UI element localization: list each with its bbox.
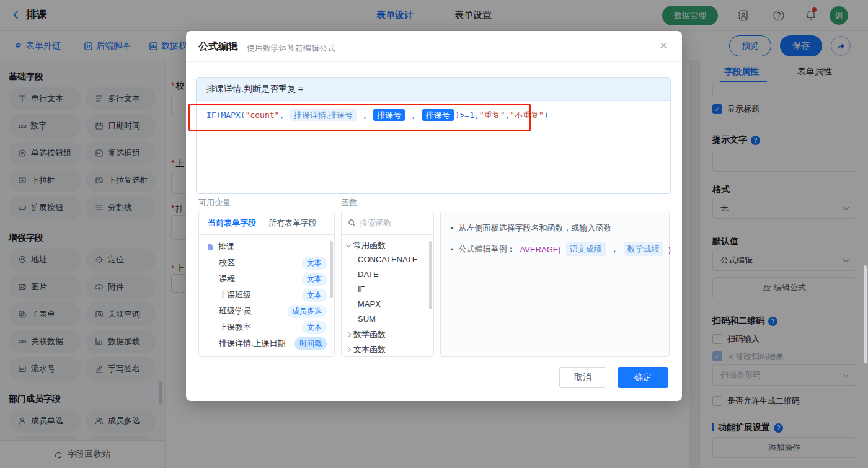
- function-search[interactable]: [342, 211, 433, 235]
- field-chip-light[interactable]: 排课详情.排课号: [290, 109, 356, 121]
- close-icon[interactable]: ×: [660, 39, 667, 51]
- formula-string: "count": [246, 110, 280, 120]
- help-line-1: •从左侧面板选择字段名和函数，或输入函数: [451, 223, 659, 234]
- variable-row[interactable]: 班级学员成员多选: [199, 303, 334, 319]
- function-item[interactable]: DATE: [358, 270, 379, 279]
- type-badge: 成员多选: [287, 305, 327, 318]
- cancel-button[interactable]: 取消: [559, 367, 606, 388]
- formula-code: )>=1,: [455, 110, 479, 120]
- formula-editor-box[interactable]: 排课详情.判断是否重复 = IF(MAPX("count", 排课详情.排课号 …: [196, 77, 671, 194]
- caret-right-icon: [346, 347, 351, 352]
- variables-scrollbar[interactable]: [330, 241, 333, 298]
- variable-row[interactable]: 排课详情.上课日期时间戳: [199, 335, 334, 351]
- modal-header: 公式编辑 使用数学运算符编辑公式 ×: [186, 31, 682, 62]
- formula-code: ,: [279, 110, 289, 120]
- formula-target: 排课详情.判断是否重复 =: [197, 78, 670, 101]
- formula-editor-modal: 公式编辑 使用数学运算符编辑公式 × 排课详情.判断是否重复 = IF(MAPX…: [186, 31, 682, 401]
- example-field-chip: 数学成绩: [624, 242, 663, 256]
- modal-title: 公式编辑: [198, 40, 238, 53]
- search-icon: [348, 219, 356, 227]
- example-function-close: ): [668, 245, 671, 254]
- variable-row[interactable]: 校区文本: [199, 255, 334, 271]
- example-separator: ，: [611, 244, 619, 255]
- formula-string: "不重复": [510, 110, 544, 120]
- window-scrollbar[interactable]: [864, 265, 867, 363]
- function-group-text[interactable]: 文本函数: [347, 344, 386, 355]
- modal-subtitle: 使用数学运算符编辑公式: [247, 43, 335, 54]
- variable-row[interactable]: 课程文本: [199, 271, 334, 287]
- field-chip-solid[interactable]: 排课号: [373, 109, 405, 121]
- formula-help-panel: •从左侧面板选择字段名和函数，或输入函数 • 公式编辑举例：AVERAGE( 语…: [440, 211, 670, 357]
- confirm-button[interactable]: 确定: [618, 367, 668, 388]
- function-group-math[interactable]: 数学函数: [347, 329, 386, 340]
- document-icon: [206, 243, 215, 251]
- type-badge: 文本: [302, 257, 327, 270]
- function-item[interactable]: IF: [358, 285, 365, 294]
- app-window: 排课 表单设计 表单设置 数据管理 训 表单外链 后端脚本 数据权限: [0, 0, 868, 468]
- function-group-common[interactable]: 常用函数: [347, 240, 386, 251]
- example-function-open: AVERAGE(: [520, 245, 561, 254]
- formula-code: ): [544, 110, 549, 120]
- functions-label: 函数: [341, 197, 357, 208]
- type-badge: 时间戳: [294, 337, 327, 350]
- functions-scrollbar[interactable]: [429, 241, 432, 309]
- bullet-icon: •: [451, 245, 454, 254]
- variables-label: 可用变量: [198, 197, 231, 208]
- formula-string: "重复": [479, 110, 505, 120]
- variables-tabs: 当前表单字段 所有表单字段: [199, 211, 334, 235]
- variable-row[interactable]: 上课教室文本: [199, 319, 334, 335]
- example-field-chip: 语文成绩: [566, 242, 606, 256]
- functions-panel: 常用函数 CONCATENATE DATE IF MAPX SUM 数学函数 文…: [341, 211, 434, 357]
- formula-code: ,: [406, 110, 420, 120]
- function-search-input[interactable]: [360, 218, 422, 227]
- variables-panel: 当前表单字段 所有表单字段 排课 校区文本 课程文本 上课班级文本 班级学员成员…: [198, 211, 335, 357]
- variable-row[interactable]: 上课班级文本: [199, 287, 334, 303]
- caret-down-icon: [346, 242, 351, 247]
- function-item[interactable]: CONCATENATE: [358, 255, 417, 264]
- tab-current-form-fields[interactable]: 当前表单字段: [208, 218, 256, 229]
- bullet-icon: •: [451, 224, 454, 233]
- type-badge: 文本: [302, 289, 327, 302]
- form-node[interactable]: 排课: [199, 239, 334, 255]
- formula-code: IF(MAPX(: [206, 110, 246, 120]
- formula-code: ,: [358, 110, 372, 120]
- tab-all-form-fields[interactable]: 所有表单字段: [268, 218, 317, 229]
- type-badge: 文本: [302, 273, 327, 286]
- caret-right-icon: [346, 332, 351, 337]
- function-item[interactable]: SUM: [358, 314, 376, 324]
- function-item[interactable]: MAPX: [358, 299, 381, 309]
- type-badge: 文本: [302, 321, 327, 334]
- formula-expression[interactable]: IF(MAPX("count", 排课详情.排课号 , 排课号 , 排课号)>=…: [197, 101, 670, 130]
- field-chip-solid[interactable]: 排课号: [422, 109, 454, 121]
- help-line-2: • 公式编辑举例：AVERAGE( 语文成绩 ， 数学成绩 ): [451, 242, 659, 256]
